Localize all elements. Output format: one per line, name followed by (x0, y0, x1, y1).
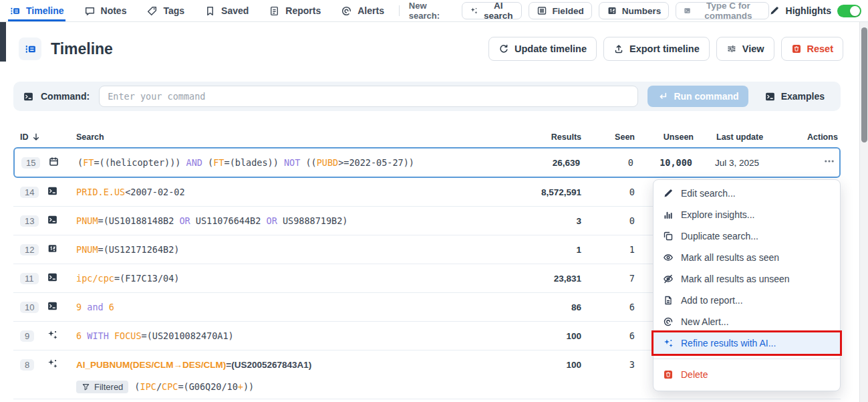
toolbar: Update timelineExport timelineViewReset (488, 37, 843, 61)
new-search-buttons: AI searchFieldedNumbersType C for comman… (462, 2, 769, 19)
row-id-cell: 10 (13, 301, 47, 313)
seen-count: 0 (581, 215, 635, 226)
results-count: 86 (508, 302, 581, 312)
nav-tab-notes[interactable]: Notes (84, 0, 127, 21)
query-field: PNUM (76, 244, 98, 255)
seen-count: 0 (581, 187, 635, 197)
nav-tab-saved[interactable]: Saved (204, 0, 249, 21)
copy-icon (663, 231, 674, 241)
row-id: 11 (20, 273, 39, 284)
column-header-seen[interactable]: Seen (581, 132, 635, 142)
fielded-icon (537, 5, 547, 16)
highlights-label: Highlights (786, 5, 831, 16)
column-header-id[interactable]: ID (13, 132, 47, 142)
ai-search-button[interactable]: AI search (462, 2, 523, 19)
seen-count: 3 (581, 359, 635, 370)
funnel-icon (82, 383, 90, 391)
reset-button[interactable]: Reset (781, 37, 844, 61)
menu-item-mark-all-results-as-unseen[interactable]: Mark all results as unseen (654, 268, 840, 290)
scrollbar-thumb[interactable] (861, 27, 867, 142)
query-operator: AND (186, 157, 202, 168)
sparkles-icon (47, 358, 58, 369)
column-header-actions: Actions (807, 132, 841, 142)
filtered-badge: Filtered (76, 381, 128, 393)
type-c-for-commands-button[interactable]: Type C for commands (676, 2, 768, 19)
vertical-scrollbar[interactable] (859, 22, 868, 402)
seen-count: 6 (581, 330, 635, 341)
menu-item-mark-all-results-as-seen[interactable]: Mark all results as seen (654, 247, 840, 268)
table-row[interactable]: 7AI(TEXT→DES/CLM)="A method for asset tr… (13, 399, 841, 402)
nav-tabs: TimelineNotesTagsSavedReportsAlerts (9, 0, 384, 21)
highlights-group: Highlights (769, 5, 861, 17)
new-search-label: New search: (409, 1, 454, 21)
highlights-toggle[interactable] (837, 5, 861, 17)
fielded-button[interactable]: Fielded (529, 2, 591, 19)
command-input[interactable] (99, 86, 638, 107)
results-count: 1 (508, 245, 581, 255)
export-timeline-button[interactable]: Export timeline (603, 37, 710, 61)
results-count: 3 (508, 216, 581, 226)
toggle-knob (850, 6, 860, 16)
query-field: AI_PUBNUM(DES/CLM→DES/CLM) (76, 360, 226, 370)
column-header-unseen[interactable]: Unseen (635, 132, 694, 142)
query-text: =(US2010082470A1) (142, 330, 234, 341)
sparkles-icon (470, 5, 478, 16)
query-text (104, 302, 109, 312)
query-text: / (156, 381, 162, 392)
command-label: Command: (41, 91, 90, 102)
column-header-search[interactable]: Search (76, 132, 508, 142)
query-text: (( (300, 157, 316, 168)
tag-icon (146, 5, 158, 17)
table-header: ID Search Results Seen Unseen Last updat… (13, 128, 841, 146)
nav-tab-timeline[interactable]: Timeline (9, 0, 64, 21)
terminal-icon (47, 272, 58, 283)
view-button[interactable]: View (716, 37, 774, 61)
nav-tab-reports[interactable]: Reports (269, 0, 321, 21)
nav-tab-label: Timeline (26, 5, 64, 16)
menu-item-add-to-report[interactable]: Add to report... (654, 290, 840, 311)
button-label: Fielded (552, 6, 583, 16)
nav-tab-alerts[interactable]: Alerts (341, 0, 384, 21)
pencil-icon (663, 188, 674, 199)
id-header-label: ID (20, 132, 29, 142)
query-field: PNUM (76, 215, 98, 226)
results-count: 100 (508, 360, 581, 370)
row-actions-menu-icon[interactable] (823, 155, 835, 167)
run-command-button[interactable]: Run command (647, 86, 748, 107)
menu-item-label: Mark all results as seen (681, 252, 779, 263)
bookmark-icon (204, 5, 216, 17)
table-row[interactable]: 15(FT=((helicopter))) AND (FT=(blades)) … (13, 147, 841, 178)
query-text: =(US10188148B2 (98, 215, 180, 226)
terminal-icon (764, 91, 776, 102)
nav-tab-tags[interactable]: Tags (146, 0, 184, 21)
button-label: Type C for commands (696, 1, 760, 21)
button-label: Numbers (622, 6, 662, 16)
query-field: FT (83, 157, 94, 168)
column-header-results[interactable]: Results (508, 132, 581, 142)
numbers-button[interactable]: Numbers (599, 2, 670, 19)
search-query: PNUM=(US12171264B2) (76, 244, 508, 255)
filtered-query: (IPC/CPC=(G06Q20/10+)) (134, 381, 254, 392)
menu-item-explore-insights[interactable]: Explore insights... (654, 204, 840, 225)
menu-item-label: Duplicate search... (681, 231, 758, 241)
update-timeline-button[interactable]: Update timeline (488, 37, 597, 61)
sort-descending-icon[interactable] (31, 132, 41, 142)
examples-label: Examples (781, 91, 825, 102)
query-operator: OR (179, 215, 190, 226)
menu-item-duplicate-search[interactable]: Duplicate search... (654, 225, 840, 247)
menu-item-label: Refine results with AI... (681, 338, 776, 348)
results-count: 26,639 (507, 158, 580, 168)
last-update: Jul 3, 2025 (692, 158, 806, 168)
row-type-cell (47, 214, 76, 228)
seen-count: 6 (581, 302, 635, 312)
menu-item-edit-search[interactable]: Edit search... (654, 183, 840, 204)
row-type-cell (47, 272, 76, 286)
button-label: Export timeline (629, 43, 700, 54)
menu-item-delete[interactable]: Delete (654, 364, 840, 385)
column-header-last-update[interactable]: Last update (694, 132, 807, 142)
examples-button[interactable]: Examples (764, 91, 825, 102)
menu-item-new-alert[interactable]: New Alert... (654, 311, 840, 332)
query-text: <2007-02-02 (125, 187, 184, 197)
menu-item-refine-results-with-ai[interactable]: Refine results with AI... (654, 332, 840, 354)
row-id-cell: 9 (13, 330, 47, 342)
